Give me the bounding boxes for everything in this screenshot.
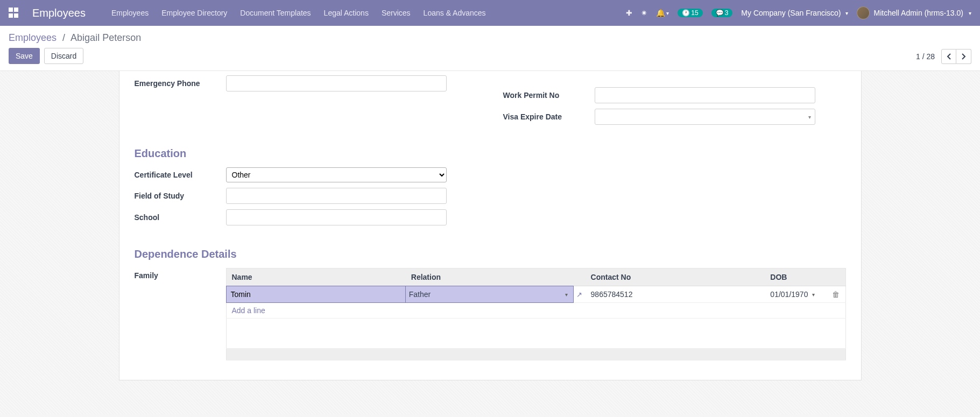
nav-employee-directory[interactable]: Employee Directory: [161, 9, 227, 17]
field-of-study-label: Field of Study: [135, 192, 226, 200]
nav-right: ✚ ✷ 🔔▾ 🕐15 💬3 My Company (San Francisco)…: [626, 6, 971, 19]
nav-document-templates[interactable]: Document Templates: [240, 9, 311, 17]
th-contact: Contact No: [586, 268, 765, 286]
pager-text: 1 / 28: [916, 52, 935, 61]
plus-icon[interactable]: ✚: [626, 9, 632, 17]
nav-links: Employees Employee Directory Document Te…: [111, 9, 626, 17]
work-permit-label: Work Permit No: [503, 91, 595, 100]
avatar: [857, 6, 870, 19]
row-dob-value: 01/01/1970: [770, 290, 808, 299]
row-contact-value[interactable]: 9865784512: [586, 286, 765, 302]
save-button[interactable]: Save: [9, 48, 40, 64]
row-name-field[interactable]: [227, 286, 406, 302]
field-of-study-field[interactable]: [226, 188, 447, 204]
content-bg: Emergency Phone Work Permit No Visa Expi…: [0, 71, 980, 414]
nav-loans-advances[interactable]: Loans & Advances: [424, 9, 486, 17]
certificate-level-label: Certificate Level: [135, 171, 226, 179]
control-panel: Employees / Abigail Peterson Save Discar…: [0, 26, 980, 71]
nav-employees[interactable]: Employees: [111, 9, 149, 17]
chevron-down-icon: ▾: [812, 292, 815, 298]
breadcrumb-sep: /: [62, 32, 65, 43]
visa-expire-field[interactable]: [595, 109, 815, 125]
th-relation: Relation: [406, 268, 586, 286]
activities-count: 15: [691, 9, 698, 17]
breadcrumb-current: Abigail Peterson: [70, 32, 141, 43]
visa-expire-label: Visa Expire Date: [503, 112, 595, 121]
discard-button[interactable]: Discard: [44, 48, 83, 64]
pager-prev[interactable]: [941, 49, 956, 64]
family-label: Family: [135, 268, 226, 361]
nav-services[interactable]: Services: [382, 9, 411, 17]
nav-legal-actions[interactable]: Legal Actions: [324, 9, 369, 17]
emergency-phone-field[interactable]: [226, 75, 447, 91]
breadcrumb-root[interactable]: Employees: [9, 32, 57, 43]
breadcrumb: Employees / Abigail Peterson: [9, 32, 141, 44]
form-sheet: Emergency Phone Work Permit No Visa Expi…: [119, 71, 862, 380]
user-menu[interactable]: Mitchell Admin (hrms-13.0) ▾: [857, 6, 972, 19]
school-field[interactable]: [226, 209, 447, 225]
trash-icon[interactable]: 🗑: [828, 290, 844, 299]
family-table: Name Relation Contact No DOB: [226, 268, 846, 361]
row-dob-field[interactable]: 01/01/1970 ▾: [765, 286, 827, 302]
discuss-count: 3: [725, 9, 729, 17]
bug-icon[interactable]: ✷: [641, 9, 647, 17]
chevron-down-icon: ▾: [565, 292, 568, 298]
pager-next[interactable]: [956, 49, 971, 64]
dependence-section-title: Dependence Details: [135, 248, 846, 260]
activities-badge[interactable]: 🕐15: [678, 9, 702, 17]
th-dob: DOB: [765, 268, 827, 286]
work-permit-field[interactable]: [595, 87, 815, 103]
education-section-title: Education: [135, 147, 846, 160]
table-row: Father ▾ ↗ 9865784512 01/01/1970: [226, 286, 845, 303]
company-name: My Company (San Francisco): [741, 9, 841, 17]
apps-icon[interactable]: [9, 8, 19, 18]
row-relation-value: Father: [409, 290, 565, 299]
external-link-icon[interactable]: ↗: [573, 291, 586, 299]
th-name: Name: [226, 268, 406, 286]
emergency-phone-label: Emergency Phone: [135, 79, 226, 88]
app-brand[interactable]: Employees: [32, 7, 86, 19]
school-label: School: [135, 213, 226, 222]
navbar: Employees Employees Employee Directory D…: [0, 0, 980, 26]
row-relation-field[interactable]: Father ▾: [406, 286, 573, 302]
add-line-row: Add a line: [226, 303, 845, 319]
certificate-level-field[interactable]: Other: [226, 167, 447, 182]
add-a-line-link[interactable]: Add a line: [232, 306, 265, 315]
company-selector[interactable]: My Company (San Francisco)▾: [741, 9, 848, 17]
user-name: Mitchell Admin (hrms-13.0): [874, 9, 964, 17]
bell-icon[interactable]: 🔔▾: [656, 9, 669, 17]
discuss-badge[interactable]: 💬3: [711, 9, 733, 17]
